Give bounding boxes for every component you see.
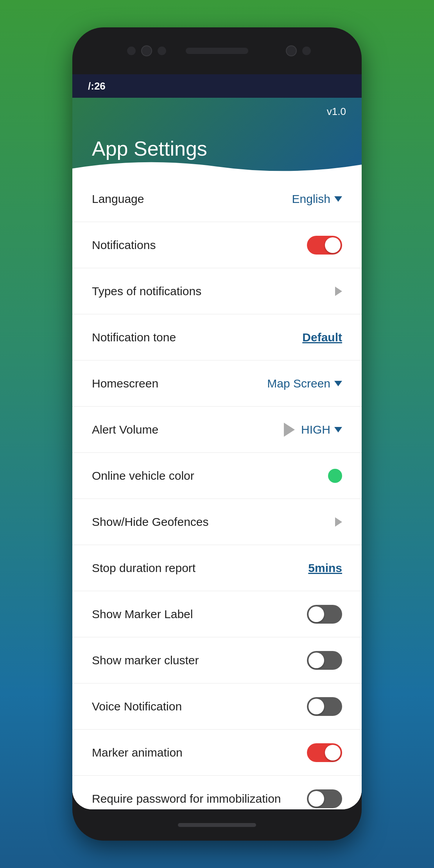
- setting-item-notifications[interactable]: Notifications: [72, 222, 362, 268]
- notifications-toggle[interactable]: [307, 236, 342, 255]
- chevron-down-icon-2: [334, 381, 342, 386]
- language-value: English: [292, 192, 330, 206]
- notification-tone-value[interactable]: Default: [302, 331, 342, 344]
- chevron-right-icon-2: [335, 517, 342, 527]
- chevron-down-icon: [334, 196, 342, 202]
- marker-label-label: Show Marker Label: [92, 608, 193, 621]
- setting-item-homescreen[interactable]: Homescreen Map Screen: [72, 360, 362, 407]
- stop-duration-label: Stop duration report: [92, 561, 195, 575]
- camera-area: [127, 45, 166, 56]
- dot-2: [158, 47, 166, 55]
- voice-notification-label: Voice Notification: [92, 700, 182, 713]
- toggle-thumb-9: [308, 606, 324, 622]
- voice-notification-right: [307, 697, 342, 716]
- setting-item-alert-volume[interactable]: Alert Volume HIGH: [72, 407, 362, 453]
- marker-animation-toggle[interactable]: [307, 743, 342, 762]
- camera-dot: [141, 45, 152, 56]
- setting-item-marker-cluster[interactable]: Show marker cluster: [72, 637, 362, 683]
- vehicle-color-right: [328, 469, 342, 483]
- notifications-label: Notifications: [92, 239, 156, 252]
- marker-label-toggle[interactable]: [307, 605, 342, 624]
- voice-notification-toggle[interactable]: [307, 697, 342, 716]
- notifications-right: [307, 236, 342, 255]
- marker-cluster-right: [307, 651, 342, 670]
- setting-item-marker-animation[interactable]: Marker animation: [72, 730, 362, 776]
- settings-list: Language English Notifications Types of …: [72, 176, 362, 809]
- camera-front: [286, 45, 297, 56]
- alert-volume-dropdown[interactable]: HIGH: [301, 423, 342, 436]
- require-password-right: [307, 789, 342, 808]
- status-time: /:26: [88, 80, 106, 92]
- marker-label-right: [307, 605, 342, 624]
- home-bar: [178, 823, 256, 827]
- stop-duration-right: 5mins: [308, 561, 342, 575]
- marker-cluster-label: Show marker cluster: [92, 654, 199, 667]
- chevron-right-icon: [335, 287, 342, 296]
- vehicle-color-dot[interactable]: [328, 469, 342, 483]
- notification-tone-right: Default: [302, 331, 342, 344]
- language-dropdown[interactable]: English: [292, 192, 342, 206]
- require-password-toggle[interactable]: [307, 789, 342, 808]
- app-header: v1.0 App Settings: [72, 98, 362, 176]
- toggle-thumb-11: [308, 699, 324, 714]
- vehicle-color-label: Online vehicle color: [92, 469, 194, 482]
- setting-item-voice-notification[interactable]: Voice Notification: [72, 683, 362, 730]
- app-content: Language English Notifications Types of …: [72, 176, 362, 809]
- toggle-thumb-12: [325, 745, 341, 760]
- homescreen-dropdown[interactable]: Map Screen: [267, 377, 342, 390]
- setting-item-marker-label[interactable]: Show Marker Label: [72, 591, 362, 637]
- setting-item-notification-tone[interactable]: Notification tone Default: [72, 314, 362, 360]
- setting-item-geofences[interactable]: Show/Hide Geofences: [72, 499, 362, 545]
- toggle-thumb-10: [308, 653, 324, 668]
- language-label: Language: [92, 192, 144, 206]
- alert-volume-right: HIGH: [284, 423, 342, 437]
- stop-duration-value[interactable]: 5mins: [308, 561, 342, 575]
- phone-device: /:26 v1.0 App Settings Language English …: [72, 27, 362, 841]
- app-version: v1.0: [327, 106, 346, 118]
- notification-tone-label: Notification tone: [92, 331, 176, 344]
- geofences-right: [335, 517, 342, 527]
- marker-animation-right: [307, 743, 342, 762]
- phone-bottom: [72, 809, 362, 841]
- require-password-label: Require password for immobilization: [92, 792, 281, 805]
- phone-top-bar: [72, 27, 362, 74]
- setting-item-stop-duration[interactable]: Stop duration report 5mins: [72, 545, 362, 591]
- alert-volume-value: HIGH: [301, 423, 330, 436]
- setting-item-notification-types[interactable]: Types of notifications: [72, 268, 362, 314]
- dot-1: [127, 47, 136, 55]
- alert-volume-label: Alert Volume: [92, 423, 158, 436]
- chevron-down-icon-3: [334, 427, 342, 432]
- toggle-thumb-13: [308, 791, 324, 807]
- homescreen-value: Map Screen: [267, 377, 330, 390]
- notification-types-right: [335, 287, 342, 296]
- setting-item-vehicle-color[interactable]: Online vehicle color: [72, 453, 362, 499]
- setting-item-require-password[interactable]: Require password for immobilization: [72, 776, 362, 809]
- notification-types-label: Types of notifications: [92, 285, 201, 298]
- marker-cluster-toggle[interactable]: [307, 651, 342, 670]
- speaker: [186, 48, 248, 54]
- geofences-label: Show/Hide Geofences: [92, 515, 209, 529]
- marker-animation-label: Marker animation: [92, 746, 183, 759]
- play-icon[interactable]: [284, 423, 295, 437]
- setting-item-language[interactable]: Language English: [72, 176, 362, 222]
- wave-decoration: [72, 157, 362, 176]
- dot-3: [302, 47, 311, 55]
- camera-right: [286, 45, 311, 56]
- toggle-thumb: [325, 237, 341, 253]
- status-bar: /:26: [72, 74, 362, 98]
- homescreen-label: Homescreen: [92, 377, 158, 390]
